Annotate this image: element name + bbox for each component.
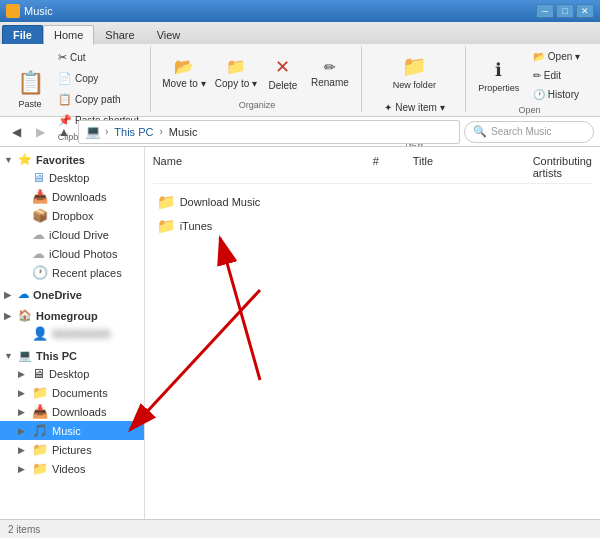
open-group: ℹ Properties 📂 Open ▾ ✏ Edit 🕐 History <box>468 46 591 112</box>
copy-to-button[interactable]: 📁 Copy to ▾ <box>211 49 261 97</box>
new-item-button[interactable]: ✦ New item ▾ <box>379 99 449 116</box>
clipboard-small-buttons: ✂ Cut 📄 Copy 📋 Copy path 📌 Paste shortcu… <box>53 48 144 130</box>
copy-button[interactable]: 📄 Copy <box>53 69 144 88</box>
path-thispc[interactable]: This PC <box>112 125 155 139</box>
new-folder-icon: 📁 <box>402 54 427 78</box>
sidebar-header-thispc: ▼ 💻 This PC <box>0 347 144 364</box>
ribbon: File Home Share View 📋 Paste ✂ Cut 📄 <box>0 22 600 117</box>
sidebar-item-icloud-drive[interactable]: ☁ iCloud Drive <box>0 225 144 244</box>
open-icon: 📂 <box>533 51 545 62</box>
address-path: 💻 › This PC › Music <box>78 120 460 144</box>
move-to-button[interactable]: 📂 Move to ▾ <box>159 49 209 97</box>
sidebar-section-favorites: ▼ ⭐ Favorites 🖥 Desktop 📥 Downloads 📦 Dr… <box>0 151 144 282</box>
sidebar-item-downloads-pc[interactable]: ▶ 📥 Downloads <box>0 402 144 421</box>
maximize-button[interactable]: □ <box>556 4 574 18</box>
new-folder-button[interactable]: 📁 New folder <box>384 48 444 96</box>
path-separator-2: › <box>159 126 162 137</box>
back-button[interactable]: ◀ <box>6 122 26 142</box>
rename-button[interactable]: ✏ Rename <box>305 49 355 97</box>
thispc-expand-icon: ▼ <box>4 351 14 361</box>
sidebar-item-documents[interactable]: ▶ 📁 Documents <box>0 383 144 402</box>
open-label: Open <box>518 103 540 115</box>
status-bar: 2 items <box>0 519 600 538</box>
ribbon-content: 📋 Paste ✂ Cut 📄 Copy 📋 Copy path <box>0 44 600 116</box>
sidebar-section-homegroup: ▶ 🏠 Homegroup 👤 XXXXXXXX <box>0 307 144 343</box>
sidebar-item-dropbox[interactable]: 📦 Dropbox <box>0 206 144 225</box>
music-icon: 🎵 <box>32 423 48 438</box>
homegroup-icon: 🏠 <box>18 309 32 322</box>
clipboard-buttons: 📋 Paste ✂ Cut 📄 Copy 📋 Copy path <box>10 48 144 130</box>
minimize-button[interactable]: ─ <box>536 4 554 18</box>
address-bar: ◀ ▶ ▲ 💻 › This PC › Music 🔍 Search Music <box>0 117 600 147</box>
sidebar-item-icloud-photos[interactable]: ☁ iCloud Photos <box>0 244 144 263</box>
videos-icon: 📁 <box>32 461 48 476</box>
dropbox-icon: 📦 <box>32 208 48 223</box>
search-box[interactable]: 🔍 Search Music <box>464 121 594 143</box>
pictures-icon: 📁 <box>32 442 48 457</box>
open-button[interactable]: 📂 Open ▾ <box>528 48 585 65</box>
tab-file[interactable]: File <box>2 25 43 44</box>
sidebar-header-favorites: ▼ ⭐ Favorites <box>0 151 144 168</box>
copy-to-icon: 📁 <box>226 57 246 76</box>
move-to-icon: 📂 <box>174 57 194 76</box>
sidebar-item-desktop-pc[interactable]: ▶ 🖥 Desktop <box>0 364 144 383</box>
file-item-download-music[interactable]: 📁 Download Music <box>153 190 592 214</box>
col-num-header: # <box>373 155 413 179</box>
icloud-drive-icon: ☁ <box>32 227 45 242</box>
up-button[interactable]: ▲ <box>54 122 74 142</box>
edit-icon: ✏ <box>533 70 541 81</box>
paste-icon: 📋 <box>16 69 44 97</box>
path-music[interactable]: Music <box>167 125 200 139</box>
new-item-icon: ✦ <box>384 102 392 113</box>
sidebar-item-desktop[interactable]: 🖥 Desktop <box>0 168 144 187</box>
properties-button[interactable]: ℹ Properties <box>474 50 524 102</box>
forward-button[interactable]: ▶ <box>30 122 50 142</box>
delete-button[interactable]: ✕ Delete <box>263 49 303 97</box>
title-bar-controls: ─ □ ✕ <box>536 4 594 18</box>
edit-button[interactable]: ✏ Edit <box>528 67 585 84</box>
homegroup-user-icon: 👤 <box>32 326 48 341</box>
onedrive-icon: ☁ <box>18 288 29 301</box>
file-item-itunes[interactable]: 📁 iTunes <box>153 214 592 238</box>
close-button[interactable]: ✕ <box>576 4 594 18</box>
tab-view[interactable]: View <box>146 25 192 44</box>
sidebar-section-thispc: ▼ 💻 This PC ▶ 🖥 Desktop ▶ 📁 Documents ▶ … <box>0 347 144 478</box>
sidebar-item-videos[interactable]: ▶ 📁 Videos <box>0 459 144 478</box>
main-layout: ▼ ⭐ Favorites 🖥 Desktop 📥 Downloads 📦 Dr… <box>0 147 600 519</box>
sidebar-header-onedrive: ▶ ☁ OneDrive <box>0 286 144 303</box>
open-buttons: ℹ Properties 📂 Open ▾ ✏ Edit 🕐 History <box>474 48 585 103</box>
organize-group: 📂 Move to ▾ 📁 Copy to ▾ ✕ Delete ✏ Renam… <box>153 46 362 112</box>
delete-icon: ✕ <box>275 56 290 78</box>
sidebar-item-recent[interactable]: 🕐 Recent places <box>0 263 144 282</box>
downloads-pc-icon: 📥 <box>32 404 48 419</box>
col-artist-header: Contributing artists <box>533 155 592 179</box>
tab-share[interactable]: Share <box>94 25 145 44</box>
documents-icon: 📁 <box>32 385 48 400</box>
cut-button[interactable]: ✂ Cut <box>53 48 144 67</box>
rename-icon: ✏ <box>324 59 336 75</box>
sidebar-item-pictures[interactable]: ▶ 📁 Pictures <box>0 440 144 459</box>
onedrive-expand-icon: ▶ <box>4 290 14 300</box>
favorites-expand-icon: ▼ <box>4 155 14 165</box>
thispc-icon: 💻 <box>18 349 32 362</box>
cut-icon: ✂ <box>58 51 67 64</box>
copy-path-icon: 📋 <box>58 93 72 106</box>
sidebar-item-music[interactable]: ▶ 🎵 Music <box>0 421 144 440</box>
sidebar-item-downloads[interactable]: 📥 Downloads <box>0 187 144 206</box>
homegroup-expand-icon: ▶ <box>4 311 14 321</box>
sidebar: ▼ ⭐ Favorites 🖥 Desktop 📥 Downloads 📦 Dr… <box>0 147 145 519</box>
clipboard-group: 📋 Paste ✂ Cut 📄 Copy 📋 Copy path <box>4 46 151 112</box>
desktop-icon: 🖥 <box>32 170 45 185</box>
paste-button[interactable]: 📋 Paste <box>10 63 50 115</box>
copy-icon: 📄 <box>58 72 72 85</box>
title-bar-icon <box>6 4 20 18</box>
copy-path-button[interactable]: 📋 Copy path <box>53 90 144 109</box>
itunes-icon: 📁 <box>157 217 176 235</box>
tab-home[interactable]: Home <box>43 25 94 45</box>
open-small-buttons: 📂 Open ▾ ✏ Edit 🕐 History <box>528 48 585 103</box>
history-button[interactable]: 🕐 History <box>528 86 585 103</box>
history-icon: 🕐 <box>533 89 545 100</box>
sidebar-item-homegroup-user[interactable]: 👤 XXXXXXXX <box>0 324 144 343</box>
properties-icon: ℹ <box>495 59 502 81</box>
content-area: Name # Title Contributing artists 📁 Down… <box>145 147 600 519</box>
